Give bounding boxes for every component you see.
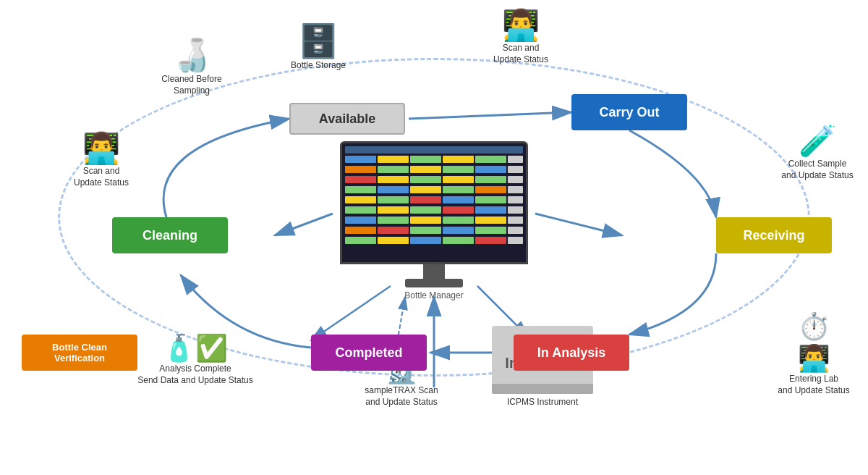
bottle-manager-monitor: Bottle Manager <box>333 141 535 286</box>
scan-update-left-icon: 👨‍💻 Scan andUpdate Status <box>58 130 145 188</box>
collect-sample-icon: 🧪 Collect Sampleand Update Status <box>774 123 861 181</box>
bottle-manager-label: Bottle Manager <box>333 290 535 300</box>
cleaned-before-icon: 🍶 Cleaned BeforeSampling <box>145 36 239 96</box>
bottle-clean-status: Bottle Clean Verification <box>22 335 137 371</box>
collect-sample-label: Collect Sampleand Update Status <box>774 159 861 181</box>
carry-out-status: Carry Out <box>571 94 687 130</box>
analysis-complete-label: Analysis CompleteSend Data and Update St… <box>137 363 253 386</box>
entering-lab-label: Entering Laband Update Status <box>767 374 861 396</box>
icpms-instrument-label: ICPMS Instrument <box>485 397 600 408</box>
analysis-complete-icon: 🧴✅ Analysis CompleteSend Data and Update… <box>137 333 253 386</box>
available-status: Available <box>289 103 405 135</box>
receiving-status: Receiving <box>716 217 832 253</box>
monitor-neck <box>423 264 445 279</box>
cleaned-before-label: Cleaned BeforeSampling <box>145 74 239 96</box>
diagram-container: 🗄️ Bottle Storage 👨‍💻 Scan andUpdate Sta… <box>0 0 868 475</box>
sampletrax-label: sampleTRAX Scanand Update Status <box>354 385 448 408</box>
bottle-storage-label: Bottle Storage <box>282 60 354 72</box>
entering-lab-icon: ⏱️ 👨‍💻 Entering Laband Update Status <box>767 311 861 396</box>
in-analysis-status: In Analysis <box>514 335 629 371</box>
monitor-base <box>405 279 463 287</box>
cleaning-status: Cleaning <box>112 217 228 253</box>
scan-update-left-label: Scan andUpdate Status <box>58 166 145 188</box>
screen-content <box>342 143 526 262</box>
scan-update-top-label: Scan andUpdate Status <box>477 43 564 65</box>
bottle-storage-icon: 🗄️ Bottle Storage <box>282 22 354 72</box>
completed-status: Completed <box>311 335 427 371</box>
scan-update-top-icon: 👨‍💻 Scan andUpdate Status <box>477 7 564 65</box>
monitor-screen <box>340 141 528 264</box>
